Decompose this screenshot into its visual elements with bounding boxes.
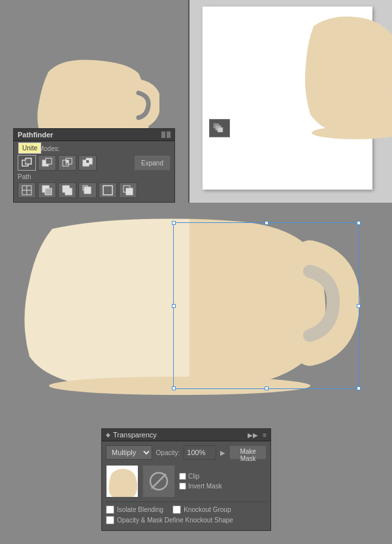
merge-icon (62, 185, 73, 196)
svg-rect-22 (126, 188, 133, 195)
invert-row: Invert Mask (179, 483, 222, 490)
intersect-icon (62, 158, 73, 168)
layer-icon-box (209, 119, 230, 137)
minus-front-button[interactable] (38, 155, 56, 171)
pathfinders-label: Path (18, 173, 171, 180)
exclude-button[interactable] (78, 155, 97, 171)
top-right-canvas (189, 0, 392, 203)
no-icon-svg (149, 471, 169, 491)
svg-rect-5 (46, 158, 52, 164)
minus-back-button[interactable] (119, 182, 137, 198)
cup-small-right (301, 7, 392, 190)
transparency-panel: ◆ Transparency ▶▶ ≡ Multiply Normal Scre… (101, 428, 271, 531)
svg-rect-8 (66, 160, 69, 163)
opacity-label: Opacity: (156, 449, 180, 456)
panel-header-controls: ▶▶ ≡ (248, 432, 267, 439)
intersect-button[interactable] (58, 155, 76, 171)
opacity-mask-row: Opacity & Mask Define Knockout Shape (106, 516, 267, 524)
svg-rect-16 (45, 188, 52, 195)
trim-icon (42, 185, 52, 196)
opacity-mask-checkbox[interactable] (106, 516, 114, 524)
expand-button[interactable]: Expand (134, 155, 171, 171)
clip-checkbox[interactable] (179, 473, 186, 480)
triangle-icon: ◆ (106, 432, 110, 438)
isolate-blending-checkbox[interactable] (106, 505, 114, 514)
mask-row: Clip Invert Mask (106, 465, 267, 498)
pathfinders-row (18, 182, 171, 198)
svg-point-24 (312, 126, 392, 139)
clip-row: Clip (179, 473, 222, 480)
pathfinder-panel: Pathfinder Shape Modes: Unite (13, 128, 175, 203)
isolate-row: Isolate Blending Knockout Group (106, 505, 267, 514)
svg-rect-3 (25, 160, 28, 163)
panel-controls[interactable] (161, 131, 171, 138)
knockout-group-checkbox[interactable] (172, 505, 181, 514)
opacity-input[interactable] (184, 445, 216, 460)
svg-point-30 (49, 377, 310, 395)
merge-button[interactable] (58, 182, 76, 198)
svg-rect-11 (86, 160, 89, 163)
crop-button[interactable] (78, 182, 97, 198)
crop-icon (82, 185, 93, 196)
cup-large (13, 212, 366, 396)
invert-label: Invert Mask (188, 483, 222, 490)
divide-icon (22, 185, 32, 196)
svg-rect-21 (103, 186, 112, 195)
minus-front-icon (42, 158, 52, 168)
bottom-section: ◆ Transparency ▶▶ ≡ Multiply Normal Scre… (0, 203, 392, 544)
menu-icon[interactable]: ≡ (263, 432, 267, 439)
clip-invert-column: Clip Invert Mask (179, 473, 222, 490)
unite-icon (22, 158, 32, 168)
minus-back-icon (123, 185, 133, 196)
top-section: Pathfinder Shape Modes: Unite (0, 0, 392, 203)
outline-icon (103, 185, 113, 196)
big-cup-area (0, 203, 392, 392)
invert-checkbox[interactable] (179, 483, 186, 490)
shape-modes-row: Unite (18, 155, 171, 171)
opacity-arrow[interactable]: ▶ (220, 449, 225, 456)
mask-thumbnail[interactable] (106, 465, 139, 498)
transparency-header: ◆ Transparency ▶▶ ≡ (102, 429, 270, 441)
transparency-title: Transparency (113, 431, 157, 439)
bottom-options: Isolate Blending Knockout Group Opacity … (106, 502, 267, 524)
pathfinder-body: Shape Modes: Unite (14, 141, 174, 202)
unite-tooltip: Unite (18, 143, 41, 154)
unite-button[interactable]: Unite (18, 155, 36, 171)
svg-line-33 (152, 474, 166, 488)
divide-button[interactable] (18, 182, 36, 198)
blend-row: Multiply Normal Screen Overlay Opacity: … (106, 445, 267, 460)
clip-label: Clip (188, 473, 199, 480)
thumbnail-svg (106, 466, 139, 498)
layer-icon (213, 123, 226, 133)
exclude-icon (82, 158, 93, 168)
pathfinder-header: Pathfinder (14, 129, 174, 141)
header-left: ◆ Transparency (106, 431, 157, 439)
isolate-blending-label: Isolate Blending (117, 506, 163, 513)
no-mask-icon[interactable] (142, 465, 175, 498)
top-left-canvas: Pathfinder Shape Modes: Unite (0, 0, 189, 203)
transparency-body: Multiply Normal Screen Overlay Opacity: … (102, 441, 270, 530)
trim-button[interactable] (38, 182, 56, 198)
expand-icon[interactable]: ▶▶ (248, 432, 258, 439)
outline-button[interactable] (99, 182, 117, 198)
blend-mode-select[interactable]: Multiply Normal Screen Overlay (106, 445, 152, 460)
pathfinder-title: Pathfinder (18, 131, 53, 139)
svg-rect-27 (218, 128, 223, 132)
svg-rect-18 (65, 188, 72, 195)
knockout-group-label: Knockout Group (184, 506, 231, 513)
make-mask-button[interactable]: Make Mask (229, 445, 267, 460)
opacity-mask-label: Opacity & Mask Define Knockout Shape (117, 517, 233, 524)
